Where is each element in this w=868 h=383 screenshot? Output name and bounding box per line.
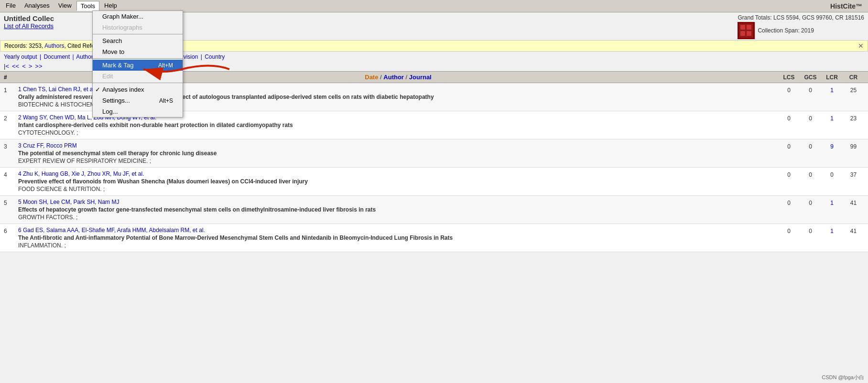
metric-lcs: 0 [778,114,800,122]
metric-lcr: 0 [821,170,843,178]
svg-rect-4 [747,31,751,36]
metric-lcr[interactable]: 9 [821,142,843,150]
table-row: 3 3 Cruz FF, Rocco PRM The potential of … [0,139,868,168]
menu-item-edit[interactable]: Edit [93,71,183,82]
list-all-records-link[interactable]: List of All Records [4,22,54,30]
menu-separator-2 [93,58,183,59]
log-label: Log... [102,108,118,115]
menu-item-analyses-index[interactable]: Analyses index [93,84,183,95]
record-author[interactable]: 4 Zhu K, Huang GB, Xie J, Zhou XR, Mu JF… [18,170,778,177]
record-metrics: 0 0 1 41 [778,227,864,234]
author-id-link[interactable]: 6 [18,227,22,234]
nav-document[interactable]: Document [43,53,70,60]
menu-item-log[interactable]: Log... [93,106,183,117]
metric-cr: 41 [843,227,864,234]
menu-item-settings[interactable]: Settings... Alt+S [93,95,183,106]
titlebar-right: Grand Totals: LCS 5594, GCS 99760, CR 18… [738,14,864,39]
metric-cr: 25 [843,86,864,94]
col-lcs[interactable]: LCS [778,74,800,81]
menu-file[interactable]: File [2,1,20,11]
record-author[interactable]: 6 Gad ES, Salama AAA, El-Shafie MF, Araf… [18,227,778,234]
metric-gcs: 0 [800,170,821,178]
record-number: 3 [4,142,18,150]
col-gcs[interactable]: GCS [800,74,821,81]
menu-view[interactable]: View [54,1,76,11]
menu-item-mark-tag[interactable]: Mark & Tag Alt+M [93,60,183,71]
record-content: 3 Cruz FF, Rocco PRM The potential of me… [18,142,778,164]
record-number: 2 [4,114,18,122]
graph-maker-label: Graph Maker... [102,13,143,20]
metric-lcs: 0 [778,86,800,94]
metric-lcs: 0 [778,227,800,234]
author-id-link[interactable]: 4 [18,170,22,177]
records-list: 1 1 Chen TS, Lai Chen RJ, et al. Orally … [0,83,868,356]
author-header[interactable]: Author [383,74,404,81]
menu-help[interactable]: Help [100,1,121,11]
record-metrics: 0 0 1 23 [778,114,864,122]
authors-link[interactable]: Authors [44,43,64,49]
metric-gcs: 0 [800,227,821,234]
col-cr[interactable]: CR [843,74,864,81]
metric-lcr[interactable]: 1 [821,114,843,122]
menu-item-move-to[interactable]: Move to [93,46,183,57]
metric-gcs: 0 [800,114,821,122]
metric-lcr[interactable]: 1 [821,227,843,234]
page-next[interactable]: > [29,63,33,70]
search-label: Search [102,37,122,44]
record-author[interactable]: 5 Moon SH, Lee CM, Park SH, Nam MJ [18,199,778,205]
menu-analyses[interactable]: Analyses [21,1,54,11]
metric-cr: 37 [843,170,864,178]
author-id-link[interactable]: 1 [18,86,22,93]
tools-dropdown-menu[interactable]: Graph Maker... Historiographs Search Mov… [92,11,183,117]
page-next-next[interactable]: >> [35,63,42,70]
record-journal: EXPERT REVIEW OF RESPIRATORY MEDICINE. ; [18,158,778,164]
edit-label: Edit [102,73,113,80]
record-content: 4 Zhu K, Huang GB, Xie J, Zhou XR, Mu JF… [18,170,778,192]
menu-item-graph-maker[interactable]: Graph Maker... [93,11,183,22]
record-title: The Anti-fibrotic and Anti-inflammatory … [18,234,778,241]
table-row: 5 5 Moon SH, Lee CM, Park SH, Nam MJ Eff… [0,196,868,224]
nav-yearly-output[interactable]: Yearly output [4,53,37,60]
record-number: 4 [4,170,18,178]
analyses-index-label: Analyses index [102,86,144,93]
record-author[interactable]: 3 Cruz FF, Rocco PRM [18,142,778,149]
infobar-close-button[interactable]: ✕ [858,42,864,50]
metric-cr: 41 [843,199,864,206]
journal-header[interactable]: Journal [409,74,432,81]
nav-country[interactable]: Country [205,53,225,60]
record-content: 6 Gad ES, Salama AAA, El-Shafie MF, Araf… [18,227,778,249]
record-journal: CYTOTECHNOLOGY. ; [18,129,778,136]
record-title: The potential of mesenchymal stem cell t… [18,150,778,157]
metric-lcr[interactable]: 1 [821,199,843,206]
record-metrics: 0 0 1 41 [778,199,864,206]
menu-item-search[interactable]: Search [93,35,183,46]
grand-totals: Grand Totals: LCS 5594, GCS 99760, CR 18… [738,14,864,21]
record-title: Effects of hepatocyte growth factor gene… [18,206,778,213]
table-row: 6 6 Gad ES, Salama AAA, El-Shafie MF, Ar… [0,224,868,252]
menu-tools[interactable]: Tools [76,1,99,11]
page-first[interactable]: |< [4,63,9,70]
nav-author[interactable]: Author [76,53,93,60]
menu-item-historiographs[interactable]: Historiographs [93,22,183,33]
metric-lcs: 0 [778,170,800,178]
col-lcr[interactable]: LCR [821,74,843,81]
author-id-link[interactable]: 3 [18,142,22,149]
menu-separator-1 [93,34,183,34]
col-headers-metrics: LCS GCS LCR CR [778,74,864,81]
date-header[interactable]: Date [365,74,378,81]
author-id-link[interactable]: 2 [18,114,22,121]
menubar-items: File Analyses View Tools Help [2,1,121,11]
slash2: / [406,74,409,81]
metric-lcr[interactable]: 1 [821,86,843,94]
svg-rect-3 [740,31,745,36]
collection-span: Collection Span: 2019 [758,27,814,34]
page-prev-prev[interactable]: << [12,63,19,70]
logo-icon [738,22,755,39]
page-prev[interactable]: < [22,63,26,70]
author-id-link[interactable]: 5 [18,199,22,205]
window-title: Untitled Collec [4,14,54,22]
move-to-label: Move to [102,48,124,55]
record-number: 5 [4,199,18,206]
mark-tag-label: Mark & Tag [102,62,134,69]
titlebar-left: Untitled Collec List of All Records [4,14,54,30]
